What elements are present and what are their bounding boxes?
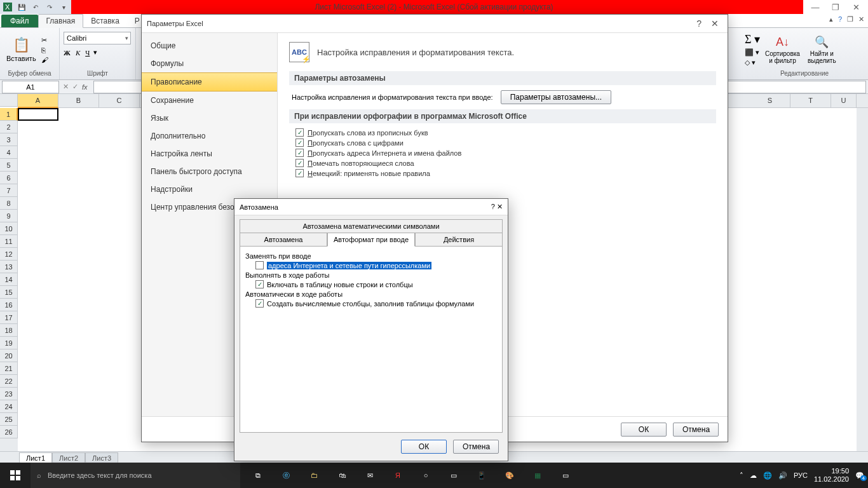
tab-home[interactable]: Главная <box>38 14 84 28</box>
row-header-3[interactable]: 3 <box>0 133 18 146</box>
format-painter-icon[interactable]: 🖌 <box>41 56 48 64</box>
row-header-15[interactable]: 15 <box>0 286 18 299</box>
clock[interactable]: 19:50 11.02.2020 <box>814 467 849 484</box>
paint-icon[interactable]: 🎨 <box>496 463 524 488</box>
start-button[interactable] <box>0 463 31 488</box>
row-header-24[interactable]: 24 <box>0 400 18 413</box>
checkbox[interactable]: ✓ <box>295 149 304 157</box>
options-dialog-header[interactable]: Параметры Excel ? ✕ <box>142 15 728 32</box>
row-header-11[interactable]: 11 <box>0 235 18 248</box>
check-hyperlinks-row[interactable]: адреса Интернета и сетевые пути гиперссы… <box>255 261 497 269</box>
ribbon-close-icon[interactable]: ✕ <box>858 15 864 24</box>
sheet-tab-1[interactable]: Лист1 <box>19 452 52 463</box>
minimize-ribbon-icon[interactable]: ▴ <box>829 15 833 24</box>
volume-icon[interactable]: 🔊 <box>778 471 787 480</box>
spell-check-row[interactable]: ✓Пропускать слова из прописных букв <box>295 128 710 137</box>
font-name-combo[interactable]: Calibri <box>64 32 131 44</box>
app2-icon[interactable]: ▭ <box>552 463 580 488</box>
options-nav-item[interactable]: Надстройки <box>142 180 277 198</box>
fx-accept-icon[interactable]: ✓ <box>72 83 78 91</box>
taskbar-search[interactable]: ⌕ Введите здесь текст для поиска <box>31 463 240 488</box>
autocorrect-close-icon[interactable]: ✕ <box>497 203 503 210</box>
row-header-19[interactable]: 19 <box>0 337 18 349</box>
row-header-25[interactable]: 25 <box>0 413 18 426</box>
options-close-icon[interactable]: ✕ <box>707 17 722 30</box>
autocorrect-options-button[interactable]: Параметры автозамены... <box>501 90 611 104</box>
restore-button[interactable]: ❐ <box>830 3 841 11</box>
row-header-5[interactable]: 5 <box>0 159 18 172</box>
tab-autoformat[interactable]: Автоформат при вводе <box>327 233 415 247</box>
col-header-A[interactable]: A <box>18 94 58 108</box>
fill-icon[interactable]: ⬛ ▾ <box>745 48 760 57</box>
tab-math-autocorrect[interactable]: Автозамена математическими символами <box>240 219 503 233</box>
options-nav-item[interactable]: Настройка ленты <box>142 145 277 163</box>
spell-check-row[interactable]: ✓Пропускать слова с цифрами <box>295 139 710 147</box>
check-calc-columns-row[interactable]: ✓ Создать вычисляемые столбцы, заполнив … <box>255 299 497 308</box>
check-include-rows-row[interactable]: ✓ Включать в таблицу новые строки и стол… <box>255 280 497 288</box>
undo-icon[interactable]: ↶ <box>31 2 41 12</box>
autosum-icon[interactable]: Σ ▾ <box>745 32 760 46</box>
autocorrect-help-icon[interactable]: ? <box>491 203 495 210</box>
col-header-S[interactable]: S <box>750 94 790 108</box>
options-nav-item[interactable]: Правописание <box>142 72 277 92</box>
minimize-button[interactable]: ― <box>810 3 821 11</box>
sort-filter-button[interactable]: A↓ Сортировка и фильтр <box>763 34 803 65</box>
copy-icon[interactable]: ⎘ <box>41 46 48 54</box>
row-header-14[interactable]: 14 <box>0 273 18 286</box>
mail-icon[interactable]: ✉ <box>356 463 384 488</box>
row-header-9[interactable]: 9 <box>0 210 18 222</box>
row-header-13[interactable]: 13 <box>0 261 18 273</box>
yandex-icon[interactable]: Я <box>384 463 412 488</box>
row-header-12[interactable]: 12 <box>0 248 18 261</box>
spell-check-row[interactable]: ✓Помечать повторяющиеся слова <box>295 159 710 167</box>
notifications-icon[interactable]: 💬4 <box>855 471 864 480</box>
row-header-16[interactable]: 16 <box>0 299 18 311</box>
row-header-8[interactable]: 8 <box>0 197 18 210</box>
checkbox[interactable]: ✓ <box>295 159 304 167</box>
sheet-tab-2[interactable]: Лист2 <box>52 452 85 463</box>
row-header-22[interactable]: 22 <box>0 375 18 388</box>
underline-button[interactable]: Ч <box>85 49 90 57</box>
cut-icon[interactable]: ✂ <box>41 36 48 44</box>
task-view-icon[interactable]: ⧉ <box>244 463 272 488</box>
options-nav-item[interactable]: Сохранение <box>142 92 277 109</box>
edge-icon[interactable]: ⓔ <box>272 463 300 488</box>
tab-actions[interactable]: Действия <box>415 233 503 247</box>
fx-icon[interactable]: fx <box>82 83 88 91</box>
row-header-2[interactable]: 2 <box>0 121 18 133</box>
checkbox[interactable]: ✓ <box>295 139 304 147</box>
checkbox[interactable]: ✓ <box>295 128 304 137</box>
spell-check-row[interactable]: ✓Немецкий: применять новые правила <box>295 169 710 177</box>
phone-icon[interactable]: 📱 <box>468 463 496 488</box>
vscroll[interactable] <box>857 108 868 451</box>
file-tab[interactable]: Файл <box>1 15 38 27</box>
save-icon[interactable]: 💾 <box>17 2 27 12</box>
row-header-10[interactable]: 10 <box>0 222 18 235</box>
excel-task-icon[interactable]: ▦ <box>524 463 552 488</box>
check-include-rows[interactable]: ✓ <box>255 280 264 288</box>
fx-cancel-icon[interactable]: ✕ <box>63 83 69 91</box>
check-hyperlinks[interactable] <box>255 261 264 269</box>
row-header-20[interactable]: 20 <box>0 349 18 362</box>
store-icon[interactable]: 🛍 <box>328 463 356 488</box>
col-header-B[interactable]: B <box>58 94 99 108</box>
name-box[interactable] <box>2 81 59 93</box>
options-cancel-button[interactable]: Отмена <box>673 423 719 437</box>
app-icon[interactable]: ▭ <box>440 463 468 488</box>
autocorrect-ok-button[interactable]: ОК <box>401 440 447 454</box>
options-nav-item[interactable]: Язык <box>142 109 277 127</box>
cloud-icon[interactable]: ☁ <box>750 471 757 480</box>
yandex-browser-icon[interactable]: ○ <box>412 463 440 488</box>
col-header-U[interactable]: U <box>831 94 857 108</box>
options-nav-item[interactable]: Дополнительно <box>142 127 277 145</box>
row-header-26[interactable]: 26 <box>0 426 18 438</box>
row-header-4[interactable]: 4 <box>0 146 18 159</box>
tab-autocorrect[interactable]: Автозамена <box>240 233 327 247</box>
clear-icon[interactable]: ◇ ▾ <box>745 58 760 67</box>
redo-icon[interactable]: ↷ <box>44 2 55 12</box>
options-ok-button[interactable]: ОК <box>621 423 667 437</box>
find-select-button[interactable]: 🔍 Найти и выделить <box>805 34 839 65</box>
network-icon[interactable]: 🌐 <box>763 471 772 480</box>
lang-indicator[interactable]: РУС <box>794 471 808 479</box>
col-header-T[interactable]: T <box>790 94 831 108</box>
